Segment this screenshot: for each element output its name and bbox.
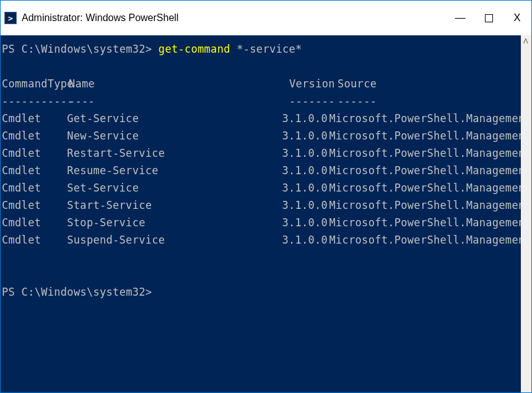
table-row: CmdletRestart-Service3.1.0.0Microsoft.Po… — [2, 144, 531, 162]
table-row: CmdletStart-Service3.1.0.0Microsoft.Powe… — [2, 196, 531, 214]
prompt-text: PS C:\Windows\system32> — [2, 283, 152, 301]
scrollbar[interactable]: ᐱ — [521, 35, 531, 392]
table-row: CmdletNew-Service3.1.0.0Microsoft.PowerS… — [2, 127, 531, 144]
cell-version: 3.1.0.0 — [282, 196, 329, 214]
header-source: Source — [338, 75, 531, 92]
cell-name: Get-Service — [67, 110, 282, 127]
cell-type: Cmdlet — [2, 144, 67, 162]
cell-version: 3.1.0.0 — [282, 144, 329, 162]
minimize-button[interactable]: — — [446, 1, 474, 35]
header-commandtype: CommandType — [2, 75, 69, 92]
cell-source: Microsoft.PowerShell.Management — [329, 110, 531, 127]
cell-type: Cmdlet — [2, 110, 67, 127]
powershell-icon: > — [4, 12, 17, 24]
close-button[interactable]: X — [503, 1, 531, 35]
maximize-icon — [485, 14, 493, 22]
console-area[interactable]: PS C:\Windows\system32> get-command *-se… — [1, 35, 531, 392]
header-version: Version — [289, 75, 338, 92]
cell-name: Restart-Service — [67, 144, 282, 162]
prompt-prefix: PS C:\Windows\system32> — [2, 40, 159, 58]
table-row: CmdletSet-Service3.1.0.0Microsoft.PowerS… — [2, 179, 531, 196]
cell-type: Cmdlet — [2, 231, 67, 249]
cell-name: Suspend-Service — [67, 231, 282, 249]
cell-version: 3.1.0.0 — [282, 179, 329, 196]
cell-version: 3.1.0.0 — [282, 110, 329, 127]
cell-version: 3.1.0.0 — [282, 127, 329, 144]
cell-type: Cmdlet — [2, 214, 67, 231]
titlebar[interactable]: > Administrator: Windows PowerShell — X — [1, 1, 531, 35]
blank-line — [2, 266, 531, 283]
cell-name: Start-Service — [67, 196, 282, 214]
cell-source: Microsoft.PowerShell.Management — [329, 144, 531, 162]
table-row: CmdletResume-Service3.1.0.0Microsoft.Pow… — [2, 162, 531, 179]
table-header-divider: ----------- ---- ------- ------ — [2, 92, 531, 110]
table-header: CommandType Name Version Source — [2, 75, 531, 92]
powershell-window: > Administrator: Windows PowerShell — X … — [0, 0, 532, 393]
cell-source: Microsoft.PowerShell.Management — [329, 127, 531, 144]
cell-source: Microsoft.PowerShell.Management — [329, 179, 531, 196]
prompt-line: PS C:\Windows\system32> — [2, 283, 531, 301]
command-line: PS C:\Windows\system32> get-command *-se… — [2, 40, 531, 58]
cell-type: Cmdlet — [2, 196, 67, 214]
cell-version: 3.1.0.0 — [282, 231, 329, 249]
command-arg: *-service* — [230, 40, 302, 58]
cell-version: 3.1.0.0 — [282, 162, 329, 179]
blank-line — [2, 249, 531, 266]
cell-source: Microsoft.PowerShell.Management — [329, 196, 531, 214]
cell-type: Cmdlet — [2, 127, 67, 144]
table-row: CmdletGet-Service3.1.0.0Microsoft.PowerS… — [2, 110, 531, 127]
cell-name: Stop-Service — [67, 214, 282, 231]
header-name: Name — [69, 75, 289, 92]
cell-name: Set-Service — [67, 179, 282, 196]
table-row: CmdletStop-Service3.1.0.0Microsoft.Power… — [2, 214, 531, 231]
cell-source: Microsoft.PowerShell.Management — [329, 214, 531, 231]
scroll-up-icon[interactable]: ᐱ — [521, 35, 531, 48]
cell-type: Cmdlet — [2, 179, 67, 196]
cell-name: New-Service — [67, 127, 282, 144]
table-row: CmdletSuspend-Service3.1.0.0Microsoft.Po… — [2, 231, 531, 249]
cell-source: Microsoft.PowerShell.Management — [329, 162, 531, 179]
blank-line — [2, 58, 531, 75]
cell-name: Resume-Service — [67, 162, 282, 179]
cell-version: 3.1.0.0 — [282, 214, 329, 231]
window-controls: — X — [446, 1, 531, 35]
command-text: get-command — [159, 40, 230, 58]
cell-type: Cmdlet — [2, 162, 67, 179]
table-body: CmdletGet-Service3.1.0.0Microsoft.PowerS… — [2, 110, 531, 249]
maximize-button[interactable] — [474, 1, 503, 35]
cell-source: Microsoft.PowerShell.Management — [329, 231, 531, 249]
window-title: Administrator: Windows PowerShell — [22, 12, 178, 24]
